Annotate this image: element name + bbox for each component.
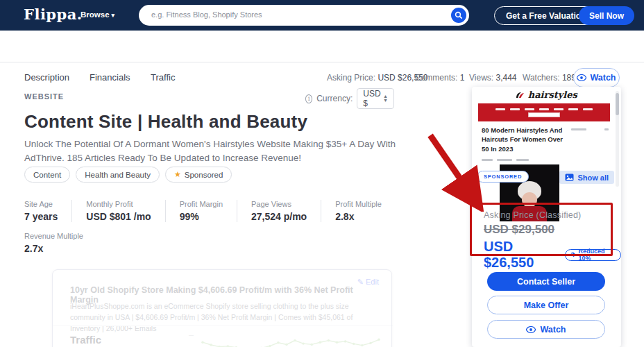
browse-label: Browse — [80, 10, 110, 19]
show-all-button[interactable]: Show all — [559, 171, 614, 184]
metric-monthly-profit: Monthly Profit USD $801 /mo — [71, 200, 164, 222]
metric-site-age: Site Age 7 years — [24, 200, 71, 222]
metric-revenue-multiple: Revenue Multiple 2.7x — [24, 232, 83, 254]
preview-site-navbar — [478, 103, 610, 121]
traffic-sparkline — [200, 328, 382, 347]
scrollbar-thumb[interactable] — [616, 93, 619, 115]
price-tag-icon — [571, 252, 576, 257]
search-bar[interactable] — [139, 5, 469, 26]
currency-select[interactable]: USD $ ▲▼ — [357, 88, 394, 109]
listing-description: Unlock The Potential Of A Dormant Women'… — [24, 137, 423, 164]
star-icon: ★ — [174, 170, 181, 179]
metrics-row: Site Age 7 years Monthly Profit USD $801… — [24, 200, 396, 222]
preview-article-title: 80 Modern Hairstyles And Haircuts For Wo… — [482, 126, 568, 153]
tab-description[interactable]: Description — [24, 72, 69, 83]
listing-subnav: Description Financials Traffic Asking Pr… — [0, 31, 644, 62]
related-listing-content: ✎ Edit 10yr Old Shopify Store Making $4,… — [53, 270, 391, 347]
browse-menu[interactable]: Browse▾ — [80, 10, 115, 19]
reduced-badge: Reduced 10% — [565, 249, 621, 261]
preview-sort-placeholder — [571, 128, 609, 130]
search-button[interactable] — [450, 6, 468, 24]
subnav-comments: Comments: 1 — [415, 73, 464, 83]
tab-financials[interactable]: Financials — [90, 72, 130, 83]
preview-site-search-placeholder — [528, 112, 560, 117]
currency-control: i Currency: USD $ ▲▼ — [305, 88, 394, 109]
eye-icon — [526, 326, 536, 333]
subnav-watch-button[interactable]: Watch — [573, 68, 620, 87]
chevron-down-icon: ▾ — [112, 12, 115, 19]
related-listing-card[interactable]: ✎ Edit 10yr Old Shopify Store Making $4,… — [52, 269, 392, 347]
preview-article-meta-placeholder — [482, 159, 529, 161]
current-price: USD $26,550 — [484, 239, 559, 271]
sponsored-badge: SPONSORED — [477, 171, 529, 183]
old-price: USD $29,500 — [484, 223, 554, 237]
image-icon — [565, 174, 574, 181]
metric-profit-multiple: Profit Multiple 2.8x — [321, 200, 396, 222]
make-offer-button[interactable]: Make Offer — [487, 296, 605, 314]
top-navbar: Flippa. Browse▾ Get a Free Valuation Sel… — [0, 0, 644, 31]
tag-health-and-beauty[interactable]: Health and Beauty — [76, 167, 160, 183]
listing-title: Content Site | Health and Beauty — [24, 111, 307, 133]
sparkline-axis-tick: — — [189, 332, 194, 337]
info-icon: i — [305, 94, 312, 103]
listing-type-label: WEBSITE — [24, 92, 64, 101]
eye-icon — [577, 74, 586, 81]
current-price-row: USD $26,550 Reduced 10% — [484, 239, 621, 271]
sidebar-watch-button[interactable]: Watch — [487, 320, 605, 339]
metric-page-views: Page Views 27,524 p/mo — [237, 200, 321, 222]
tag-sponsored[interactable]: ★ Sponsored — [165, 167, 232, 183]
contact-seller-button[interactable]: Contact Seller — [487, 272, 605, 291]
preview-site-logo: hairstyles — [472, 90, 621, 100]
traffic-section-label: Traffic — [70, 334, 101, 346]
subnav-asking-price: Asking Price: USD $26,550 — [327, 73, 427, 83]
asking-price-label: Asking Price (Classified) — [484, 210, 581, 220]
search-icon — [455, 11, 463, 19]
listing-preview-card: hairstyles 80 Modern Hairstyles And Hair… — [472, 87, 621, 347]
hairstyles-logo-icon — [516, 92, 525, 99]
tag-content[interactable]: Content — [24, 167, 70, 183]
currency-label: Currency: — [316, 94, 353, 103]
select-caret-icon: ▲▼ — [383, 94, 388, 102]
divider — [53, 325, 393, 326]
preview-scrollbar[interactable] — [616, 91, 619, 187]
sell-now-button[interactable]: Sell Now — [579, 6, 634, 25]
preview-nav-menu-placeholder — [495, 108, 593, 110]
subnav-watchers: Watchers: 189 — [523, 73, 576, 83]
flippa-logo[interactable]: Flippa. — [24, 6, 83, 23]
subnav-views: Views: 3,444 — [469, 73, 517, 83]
metric-profit-margin: Profit Margin 99% — [165, 200, 237, 222]
tab-traffic[interactable]: Traffic — [151, 72, 175, 83]
tag-list: Content Health and Beauty ★ Sponsored — [24, 167, 232, 183]
search-input[interactable] — [151, 5, 429, 24]
